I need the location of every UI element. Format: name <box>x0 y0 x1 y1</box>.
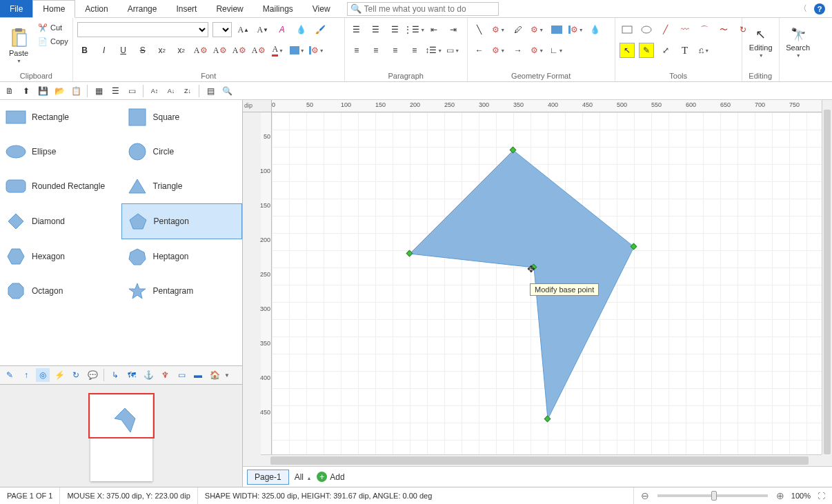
zoom-knob[interactable] <box>711 491 717 501</box>
card-icon[interactable]: ▭ <box>175 368 188 382</box>
tool-edit-points[interactable]: ✎ <box>639 43 654 58</box>
paste-button[interactable]: Paste ▼ <box>4 22 33 68</box>
cut-button[interactable]: ✂️Cut <box>37 22 68 33</box>
shape-option-rect[interactable]: Rectangle <box>0 100 121 134</box>
flash-icon[interactable]: ⚡ <box>52 368 66 382</box>
tool-connector[interactable]: ⎌▼ <box>697 43 712 58</box>
align-top-button[interactable]: ☰ <box>349 22 364 37</box>
tool-text[interactable]: T <box>677 43 693 58</box>
underline-button[interactable]: U <box>116 43 131 58</box>
geom-brush-settings[interactable]: ⚙▼ <box>530 22 545 37</box>
geom-arrow-end[interactable]: → <box>511 43 526 58</box>
target-icon[interactable]: ◎ <box>36 368 50 382</box>
anchor-icon[interactable]: ⚓ <box>141 368 155 382</box>
tree-icon[interactable]: ♆ <box>158 368 172 382</box>
tab-review[interactable]: Review <box>206 0 252 17</box>
layers-icon[interactable]: ▤ <box>204 84 217 98</box>
geom-fill-settings[interactable]: ⚙▼ <box>568 22 584 37</box>
shape-option-hexagon[interactable]: Hexagon <box>0 239 121 274</box>
shape-option-diamond[interactable]: Diamond <box>0 203 121 239</box>
shrink-font-button[interactable]: A▼ <box>255 22 270 37</box>
export-icon[interactable]: ⬆ <box>19 84 33 98</box>
tab-file[interactable]: File <box>0 0 32 17</box>
align-left-button[interactable]: ≡ <box>349 43 364 58</box>
grid-icon[interactable]: ▦ <box>92 84 106 98</box>
shape-option-heptagon[interactable]: Heptagon <box>121 239 243 274</box>
pentagon-shape[interactable] <box>410 150 634 419</box>
tab-arrange[interactable]: Arrange <box>118 0 167 17</box>
refresh-icon[interactable]: ↻ <box>69 368 83 382</box>
sort-desc-icon[interactable]: Z↓ <box>181 84 195 98</box>
zoom-out-button[interactable]: ⊖ <box>641 490 649 501</box>
shape-option-octagon[interactable]: Octagon <box>0 274 121 308</box>
font-settings-2[interactable]: A⚙ <box>212 43 228 58</box>
list-icon[interactable]: ☰ <box>108 84 122 98</box>
font-settings-4[interactable]: A⚙ <box>251 43 266 58</box>
shape-option-star[interactable]: Pentagram <box>121 274 243 308</box>
geom-line-settings[interactable]: ⚙▼ <box>491 22 506 37</box>
italic-button[interactable]: I <box>97 43 112 58</box>
page-icon[interactable]: ▭ <box>125 84 139 98</box>
geom-eyedrop-button[interactable]: 💧 <box>588 22 603 37</box>
tool-pointer[interactable]: ↖ <box>620 43 635 58</box>
font-family-select[interactable] <box>77 22 208 37</box>
indent-left-button[interactable]: ⇤ <box>426 22 442 37</box>
shape-option-square[interactable]: Square <box>121 100 243 134</box>
shape-option-circle[interactable]: Circle <box>121 134 243 169</box>
justify-button[interactable]: ≡ <box>407 43 422 58</box>
shape-option-pentagon[interactable]: Pentagon <box>121 203 243 239</box>
align-middle-button[interactable]: ☰ <box>368 22 384 37</box>
fill-settings-button[interactable]: ⚙▼ <box>309 43 324 58</box>
indent-right-button[interactable]: ⇥ <box>446 22 461 37</box>
align-center-button[interactable]: ≡ <box>368 43 384 58</box>
bullets-button[interactable]: ⋮☰▼ <box>407 22 422 37</box>
page-tab-1[interactable]: Page-1 <box>247 470 289 485</box>
geom-arrow-start-settings[interactable]: ⚙▼ <box>491 43 506 58</box>
editing-button[interactable]: ↖ Editing ▼ <box>746 19 775 65</box>
sort-az-icon[interactable]: A↕ <box>148 84 161 98</box>
geom-arrow-start[interactable]: ← <box>472 43 487 58</box>
line-spacing-button[interactable]: ↕☰▼ <box>426 43 442 58</box>
help-icon[interactable]: ? <box>814 3 825 14</box>
copy-button[interactable]: 📄Copy <box>37 36 68 47</box>
chat-icon[interactable]: 💬 <box>86 368 99 382</box>
map-icon[interactable]: 🗺 <box>125 368 139 382</box>
edit-icon[interactable]: ✎ <box>3 368 17 382</box>
tool-arc[interactable]: ⌒ <box>697 22 712 37</box>
tab-home[interactable]: Home <box>32 0 75 18</box>
geom-arrow-end-settings[interactable]: ⚙▼ <box>530 43 545 58</box>
tab-insert[interactable]: Insert <box>166 0 206 17</box>
paragraph-box-button[interactable]: ▭▼ <box>446 43 461 58</box>
subscript-button[interactable]: x2 <box>155 43 170 58</box>
tool-rect[interactable] <box>620 22 635 37</box>
save-icon[interactable]: 💾 <box>36 84 50 98</box>
search-button[interactable]: 🔭 Search ▼ <box>784 19 813 65</box>
tool-curve[interactable]: 〰 <box>677 22 693 37</box>
clear-format-button[interactable]: A <box>275 22 290 37</box>
new-doc-icon[interactable]: 🗎 <box>3 84 17 98</box>
font-color-button[interactable]: A▼ <box>270 43 286 58</box>
strike-button[interactable]: S <box>135 43 150 58</box>
canvas[interactable]: ✥ Modify base point <box>272 112 822 454</box>
zoom-in-button[interactable]: ⊕ <box>776 490 784 501</box>
zoom-slider[interactable] <box>657 494 768 497</box>
collapse-ribbon-icon[interactable]: 〈 <box>799 3 807 14</box>
page-thumbnail-1[interactable] <box>90 395 152 481</box>
shape-option-triangle[interactable]: Triangle <box>121 169 243 203</box>
bold-button[interactable]: B <box>77 43 92 58</box>
align-bottom-button[interactable]: ☰ <box>388 22 403 37</box>
connector-icon[interactable]: ↳ <box>108 368 122 382</box>
scrollbar-thumb[interactable] <box>824 110 831 454</box>
up-icon[interactable]: ↑ <box>19 368 33 382</box>
shape-gallery[interactable]: RectangleSquareEllipseCircleRounded Rect… <box>0 100 242 366</box>
eyedropper-icon[interactable]: 💧 <box>294 22 309 37</box>
tell-me-input[interactable] <box>364 4 495 14</box>
geom-line-button[interactable]: ╲ <box>472 22 487 37</box>
font-size-select[interactable] <box>212 22 232 37</box>
shape-option-ellipse[interactable]: Ellipse <box>0 134 121 169</box>
geom-brush-button[interactable]: 🖊 <box>511 22 526 37</box>
all-pages-button[interactable]: All ▲ <box>295 472 312 482</box>
vertical-scrollbar[interactable] <box>822 100 832 454</box>
stack-icon[interactable]: ▬ <box>191 368 205 382</box>
align-right-button[interactable]: ≡ <box>388 43 403 58</box>
